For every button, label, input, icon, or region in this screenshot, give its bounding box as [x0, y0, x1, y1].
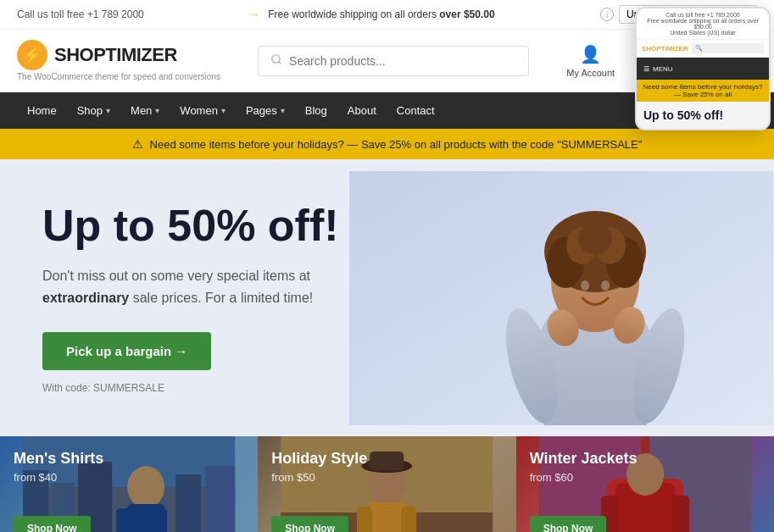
search-input[interactable] [289, 54, 516, 68]
shipping-text: Free worldwide shipping on all orders ov… [268, 8, 495, 20]
my-account-button[interactable]: 👤 My Account [566, 44, 615, 78]
logo-icon: ⚡ [17, 40, 47, 70]
shop-now-holiday-style[interactable]: Shop Now [271, 516, 348, 532]
chevron-down-icon: ▾ [281, 106, 285, 115]
product-card-mens-shirts[interactable]: Men's Shirts from $40 Shop Now [0, 436, 258, 532]
svg-point-0 [272, 54, 280, 62]
chevron-down-icon: ▾ [155, 106, 159, 115]
hero-cta-button[interactable]: Pick up a bargain → [42, 332, 211, 370]
hero-title: Up to 50% off! [42, 202, 381, 250]
card-price-holiday-style: from $50 [271, 471, 502, 484]
phone-nav: ≡ MENU [637, 58, 769, 80]
phone-text: Call us toll free +1 789 2000 [17, 8, 144, 20]
search-icon [270, 53, 282, 69]
promo-code-label: With code: SUMMERSALE [42, 382, 381, 394]
card-text-2: Holiday Style from $50 [271, 450, 502, 484]
nav-pages[interactable]: Pages ▾ [236, 92, 295, 129]
logo-name: SHOPTIMIZER [54, 44, 177, 66]
phone-search: 🔍 [692, 43, 764, 53]
phone-promo: Need some items before your holidays? — … [637, 80, 769, 102]
product-cards-row: Men's Shirts from $40 Shop Now [0, 436, 774, 532]
svg-point-11 [581, 280, 589, 291]
card-title-holiday-style: Holiday Style [271, 450, 502, 468]
info-icon[interactable]: i [600, 8, 614, 21]
nav-items: Home Shop ▾ Men ▾ Women ▾ Pages ▾ Blog A… [17, 92, 445, 129]
phone-hero-content: Up to 50% off! [637, 102, 769, 129]
chevron-down-icon: ▾ [221, 106, 226, 115]
card-overlay-1: Men's Shirts from $40 Shop Now [0, 436, 258, 532]
hero-subtitle: Don't miss out on some very special item… [42, 265, 381, 308]
account-label: My Account [566, 68, 615, 78]
nav-home[interactable]: Home [17, 92, 67, 129]
card-overlay-2: Holiday Style from $50 Shop Now [258, 436, 515, 532]
phone-menu-icon: ≡ [643, 63, 649, 75]
card-price-mens-shirts: from $40 [14, 471, 244, 484]
nav-blog[interactable]: Blog [295, 92, 337, 129]
card-title-mens-shirts: Men's Shirts [14, 450, 244, 468]
logo-tagline: The WooCommerce theme for speed and conv… [17, 72, 220, 81]
top-bar-shipping: → Free worldwide shipping on all orders … [249, 8, 495, 20]
phone-top-info: Call us toll free +1 789 2000 Free world… [637, 8, 769, 40]
phone-logo: SHOPTIMIZER [642, 45, 688, 53]
nav-contact[interactable]: Contact [387, 92, 445, 129]
phone-mockup-overlay: Call us toll free +1 789 2000 Free world… [621, 0, 774, 532]
nav-women[interactable]: Women ▾ [170, 92, 236, 129]
chevron-down-icon: ▾ [106, 106, 110, 115]
nav-shop[interactable]: Shop ▾ [67, 92, 120, 129]
search-bar[interactable] [258, 46, 529, 76]
account-icon: 👤 [580, 44, 601, 64]
svg-point-12 [601, 280, 610, 291]
phone-nav-label: MENU [653, 65, 673, 73]
phone-mockup: Call us toll free +1 789 2000 Free world… [635, 7, 771, 130]
promo-text: Need some items before your holidays? — … [150, 138, 643, 151]
phone-header: SHOPTIMIZER 🔍 [637, 40, 769, 58]
card-text-1: Men's Shirts from $40 [14, 450, 244, 484]
nav-men[interactable]: Men ▾ [120, 92, 170, 129]
phone-hero-text: Up to 50% off! [643, 108, 762, 122]
nav-about[interactable]: About [337, 92, 387, 129]
top-bar-phone: Call us toll free +1 789 2000 [17, 8, 144, 20]
logo[interactable]: ⚡ SHOPTIMIZER The WooCommerce theme for … [17, 40, 220, 81]
product-card-holiday-style[interactable]: Holiday Style from $50 Shop Now [258, 436, 515, 532]
svg-point-10 [578, 224, 612, 254]
hero-content: Up to 50% off! Don't miss out on some ve… [0, 159, 424, 436]
shop-now-mens-shirts[interactable]: Shop Now [14, 516, 91, 532]
arrow-icon: → [249, 8, 259, 20]
shop-now-winter-jackets[interactable]: Shop Now [530, 516, 607, 532]
warning-icon: ⚠ [132, 137, 143, 151]
